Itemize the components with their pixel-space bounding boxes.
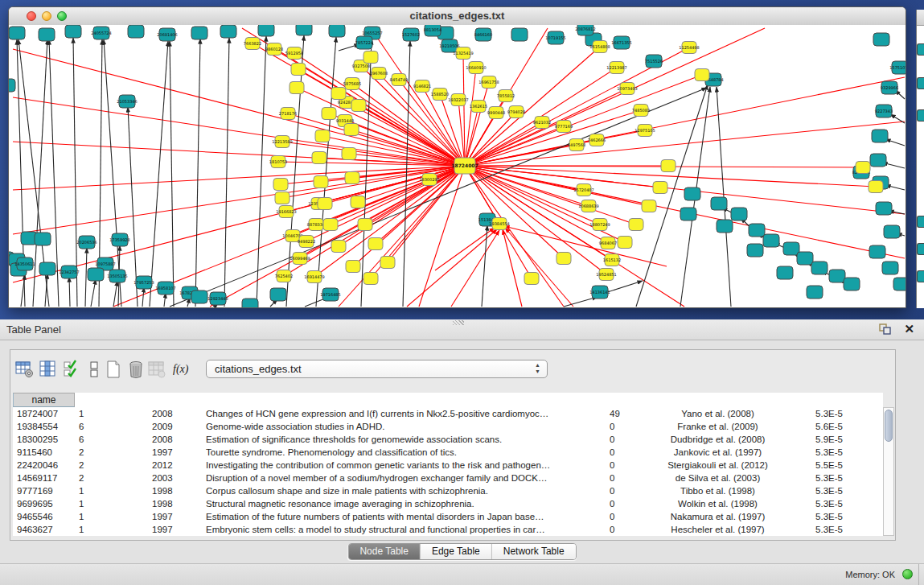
graph-edge[interactable] [150,41,168,307]
network-canvas[interactable]: 2405572420691406106552571527602846616010… [9,25,906,307]
graph-edge[interactable] [85,248,87,307]
graph-node[interactable] [342,148,356,160]
graph-node[interactable] [653,182,667,194]
graph-edge[interactable] [170,88,707,307]
graph-node[interactable] [618,237,632,249]
delete-column-icon[interactable] [126,360,146,379]
graph-node[interactable] [344,124,359,136]
graph-node[interactable] [322,108,336,120]
table-settings-icon[interactable] [15,360,35,379]
graph-node[interactable] [296,25,312,35]
graph-node[interactable] [807,286,823,299]
graph-node[interactable] [642,200,656,212]
graph-node[interactable] [242,299,258,307]
graph-node[interactable] [331,88,346,100]
float-panel-icon[interactable] [879,323,892,336]
table-row[interactable]: 1830029562008Estimation of significance … [13,433,883,446]
table-row[interactable]: 969969511998Structural magnetic resonanc… [13,497,883,510]
graph-node[interactable] [876,202,892,215]
graph-node[interactable] [869,181,883,193]
graph-node[interactable] [629,219,643,231]
graph-node[interactable] [323,219,338,231]
graph-edge[interactable] [504,226,667,266]
table-row[interactable]: 946554611997Estimation of the future num… [13,510,883,523]
graph-node[interactable] [684,187,700,200]
graph-node[interactable] [363,51,378,64]
graph-edge[interactable] [465,166,589,206]
table-row[interactable]: 1872400712008Changes of HCN gene express… [13,407,883,420]
window-titlebar[interactable]: citations_edges.txt [9,7,906,26]
graph-node[interactable] [844,278,860,290]
graph-node[interactable] [695,69,709,81]
graph-node[interactable] [797,252,813,265]
graph-node[interactable] [873,33,889,46]
graph-node[interactable] [829,270,845,282]
graph-node[interactable] [351,196,365,208]
graph-node[interactable] [358,219,372,231]
graph-node[interactable] [872,130,888,142]
graph-node[interactable] [315,130,330,142]
graph-node[interactable] [811,262,827,274]
graph-edge[interactable] [465,106,478,166]
graph-node[interactable] [9,27,25,39]
graph-edge[interactable] [890,114,905,123]
graph-edge[interactable] [128,107,138,307]
graph-node[interactable] [882,262,898,274]
close-panel-icon[interactable]: ✕ [904,322,914,336]
citation-network-graph[interactable]: 2405572420691406106552571527602846616010… [9,25,906,307]
panel-resize-grip[interactable] [453,320,464,325]
graph-edge[interactable] [257,36,266,307]
graph-node[interactable] [869,245,885,258]
graph-node[interactable] [870,154,886,167]
graph-node[interactable] [680,208,696,220]
graph-node[interactable] [318,198,332,210]
import-table-icon[interactable] [147,360,166,379]
graph-node[interactable] [763,234,779,247]
graph-node[interactable] [191,27,207,39]
tab-network-table[interactable]: Network Table [492,544,576,559]
graph-edge[interactable] [195,39,200,307]
graph-node[interactable] [35,233,51,245]
graph-node[interactable] [511,28,528,41]
table-scrollbar[interactable] [883,407,894,536]
graph-node[interactable] [331,241,346,253]
graph-node[interactable] [39,28,55,41]
column-header-name[interactable]: name [13,393,75,407]
graph-edge[interactable] [465,68,476,166]
graph-node[interactable] [345,172,359,184]
table-row[interactable]: 946362711997Embryonic stem cells: a mode… [13,523,883,536]
tab-edge-table[interactable]: Edge Table [421,544,492,559]
graph-node[interactable] [777,266,793,279]
new-column-icon[interactable] [104,360,123,379]
graph-node[interactable] [128,25,144,38]
graph-node[interactable] [731,208,747,220]
graph-node[interactable] [363,273,378,285]
graph-node[interactable] [191,290,207,303]
graph-node[interactable] [661,160,676,172]
graph-node[interactable] [270,288,286,301]
row-height-icon[interactable] [84,360,104,379]
graph-node[interactable] [747,244,763,257]
table-row[interactable]: 977716911998Corpus callosum shape and si… [13,484,883,497]
graph-node[interactable] [368,238,383,250]
graph-edge[interactable] [69,277,70,307]
graph-node[interactable] [9,79,15,92]
graph-node[interactable] [258,25,274,36]
show-columns-icon[interactable] [39,360,58,379]
tab-node-table[interactable]: Node Table [348,544,421,559]
graph-edge[interactable] [164,293,166,307]
graph-edge[interactable] [503,229,522,307]
graph-node[interactable] [88,268,104,281]
graph-node[interactable] [749,224,765,237]
graph-node[interactable] [856,162,870,174]
graph-node[interactable] [329,25,345,37]
graph-node[interactable] [893,278,906,290]
graph-node[interactable] [884,225,900,238]
graph-edge[interactable] [465,75,702,166]
graph-node[interactable] [273,179,288,191]
graph-node[interactable] [291,64,306,76]
graph-edge[interactable] [91,279,96,307]
graph-node[interactable] [220,25,236,38]
graph-edge[interactable] [286,35,304,307]
graph-node[interactable] [39,262,55,275]
